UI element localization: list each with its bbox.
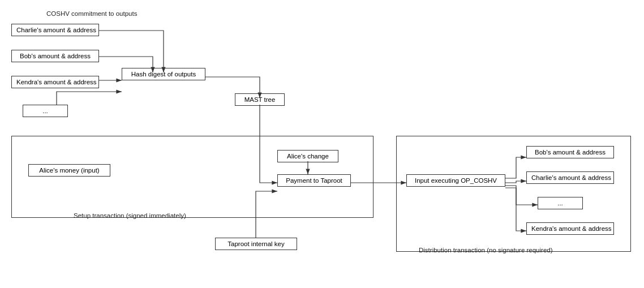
kendras-box2: Kendra's amount & address: [526, 222, 614, 235]
bobs-box2: Bob's amount & address: [526, 146, 614, 158]
payment-taproot-box: Payment to Taproot: [277, 174, 351, 187]
kendras-box: Kendra's amount & address: [11, 76, 99, 88]
taproot-internal-box: Taproot internal key: [215, 238, 297, 250]
input-coshv-box: Input executing OP_COSHV: [406, 174, 505, 187]
charlies-box: Charlie's amount & address: [11, 24, 99, 36]
ellipsis-top: ...: [23, 105, 68, 117]
bobs-box: Bob's amount & address: [11, 50, 99, 62]
diagram: COSHV commitment to outputs Charlie's am…: [0, 0, 644, 288]
setup-label: Setup transaction (signed immediately): [74, 212, 186, 219]
coshv-title-label: COSHV commitment to outputs: [46, 10, 137, 17]
hash-digest-box: Hash digest of outputs: [122, 68, 205, 80]
dist-label: Distribution transaction (no signature r…: [419, 247, 553, 253]
ellipsis-dist: ...: [538, 197, 583, 209]
mast-tree-box: MAST tree: [235, 93, 285, 106]
charlies-box2: Charlie's amount & address: [526, 171, 614, 184]
alices-change-box: Alice's change: [277, 150, 338, 162]
alices-money-box: Alice's money (input): [28, 164, 110, 177]
